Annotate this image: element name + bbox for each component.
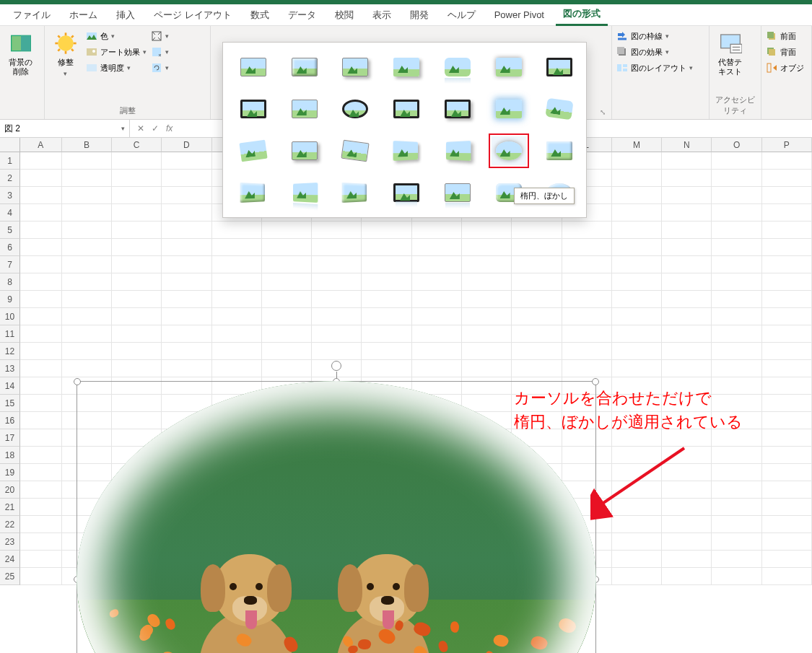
cell[interactable] (762, 360, 812, 377)
cell[interactable] (212, 325, 262, 343)
picture-style-bevel-persp[interactable] (236, 178, 271, 207)
picture-style-rounded-diagonal[interactable] (542, 95, 577, 123)
cell[interactable] (20, 516, 62, 533)
tab-developer[interactable]: 開発 (403, 5, 436, 25)
cell[interactable] (62, 343, 112, 360)
column-header-M[interactable]: M (612, 138, 662, 152)
cell[interactable] (462, 291, 512, 308)
picture-style-thick-matte-black[interactable] (236, 95, 271, 123)
selection-pane-button[interactable]: オブジ (766, 61, 804, 75)
cell[interactable] (112, 170, 162, 187)
tab-picture-format[interactable]: 図の形式 (556, 4, 608, 26)
tab-home[interactable]: ホーム (62, 5, 105, 25)
cell[interactable] (112, 222, 162, 239)
cell[interactable] (20, 360, 62, 377)
cell[interactable] (662, 343, 712, 360)
picture-style-reflected-bevel-black[interactable] (389, 178, 424, 207)
cell[interactable] (112, 204, 162, 222)
cell[interactable] (412, 308, 462, 325)
cell[interactable] (612, 187, 662, 204)
chevron-down-icon[interactable]: ▾ (121, 125, 125, 132)
cell[interactable] (512, 308, 562, 325)
cell[interactable] (462, 256, 512, 273)
cell[interactable] (712, 308, 761, 325)
picture-style-moderate-black[interactable] (440, 95, 475, 123)
cell[interactable] (62, 360, 112, 377)
cell[interactable] (762, 291, 812, 308)
cell[interactable] (20, 533, 62, 551)
cell[interactable] (20, 325, 62, 343)
cell[interactable] (562, 360, 612, 377)
tab-formulas[interactable]: 数式 (243, 5, 276, 25)
cell[interactable] (20, 429, 62, 447)
row-header-17[interactable]: 17 (0, 429, 20, 447)
picture-style-drop-shadow[interactable] (389, 53, 424, 82)
cell[interactable] (662, 170, 712, 187)
corrections-button[interactable]: 修整 ▾ (49, 29, 82, 81)
cell[interactable] (112, 308, 162, 325)
cell[interactable] (662, 533, 712, 551)
cell[interactable] (212, 291, 262, 308)
cell[interactable] (412, 222, 462, 239)
cell[interactable] (612, 222, 662, 239)
cell[interactable] (212, 239, 262, 256)
cell[interactable] (162, 222, 211, 239)
cell[interactable] (262, 325, 312, 343)
cell[interactable] (162, 239, 211, 256)
cell[interactable] (712, 533, 761, 551)
row-header-23[interactable]: 23 (0, 533, 20, 551)
cell[interactable] (712, 187, 761, 204)
picture-style-snip-diagonal[interactable] (236, 136, 271, 165)
cell[interactable] (512, 239, 562, 256)
cell[interactable] (112, 360, 162, 377)
tab-view[interactable]: 表示 (365, 5, 398, 25)
name-box-input[interactable] (4, 123, 121, 133)
cell[interactable] (512, 291, 562, 308)
cell[interactable] (20, 256, 62, 273)
cell[interactable] (212, 273, 262, 291)
cell[interactable] (662, 291, 712, 308)
cell[interactable] (462, 239, 512, 256)
cell[interactable] (662, 325, 712, 343)
cell[interactable] (562, 273, 612, 291)
cell[interactable] (512, 325, 562, 343)
cell[interactable] (762, 204, 812, 222)
cell[interactable] (162, 343, 211, 360)
cell[interactable] (762, 170, 812, 187)
tab-file[interactable]: ファイル (6, 5, 58, 25)
cell[interactable] (362, 308, 411, 325)
picture-style-reflected-bevel-white[interactable] (440, 178, 475, 207)
cell[interactable] (262, 239, 312, 256)
column-header-O[interactable]: O (712, 138, 761, 152)
cell[interactable] (762, 152, 812, 170)
row-header-2[interactable]: 2 (0, 170, 20, 187)
cell[interactable] (712, 256, 761, 273)
transparency-button[interactable]: 透明度 ▾ (86, 61, 147, 75)
cell[interactable] (162, 256, 211, 273)
cell[interactable] (412, 343, 462, 360)
cell[interactable] (112, 273, 162, 291)
picture-style-metal-frame[interactable] (338, 53, 372, 82)
cell[interactable] (762, 256, 812, 273)
row-header-9[interactable]: 9 (0, 291, 20, 308)
cell[interactable] (762, 429, 812, 447)
cell[interactable] (762, 499, 812, 516)
row-header-16[interactable]: 16 (0, 412, 20, 429)
tab-insert[interactable]: 挿入 (109, 5, 142, 25)
cell[interactable] (412, 360, 462, 377)
cell[interactable] (20, 551, 62, 568)
cell[interactable] (662, 222, 712, 239)
cell[interactable] (462, 325, 512, 343)
cell[interactable] (162, 204, 211, 222)
cell[interactable] (20, 499, 62, 516)
enter-formula-icon[interactable]: ✓ (152, 123, 159, 133)
cell[interactable] (562, 325, 612, 343)
cell[interactable] (762, 568, 812, 585)
row-header-6[interactable]: 6 (0, 239, 20, 256)
picture-style-compound-black[interactable] (389, 95, 424, 123)
cell[interactable] (312, 308, 362, 325)
picture-layout-button[interactable]: 図のレイアウト ▾ (616, 61, 693, 75)
cell[interactable] (562, 222, 612, 239)
cell[interactable] (62, 239, 112, 256)
column-header-A[interactable]: A (20, 138, 62, 152)
